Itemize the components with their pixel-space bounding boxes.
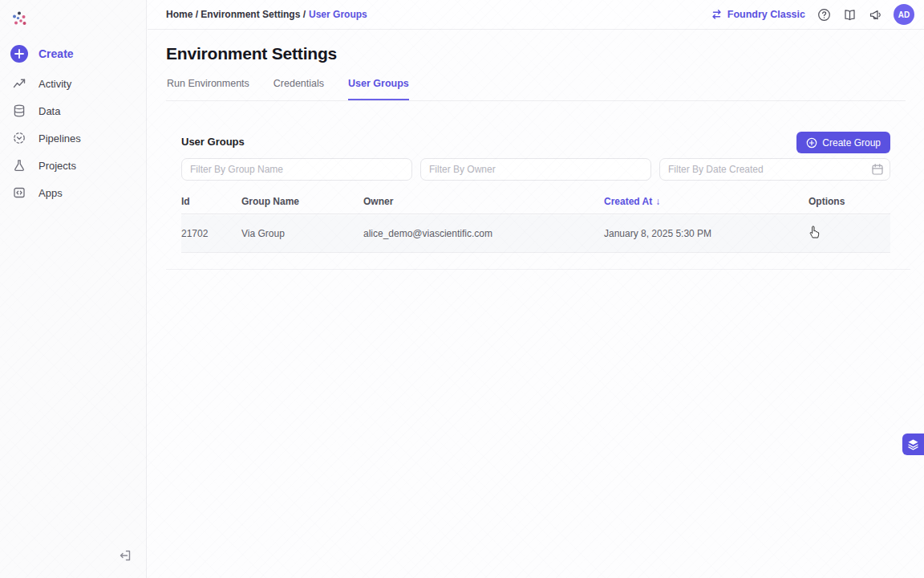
filter-date-created-input[interactable] — [659, 158, 890, 181]
flask-icon — [10, 157, 28, 174]
avatar[interactable]: AD — [894, 4, 914, 25]
sidebar-item-data[interactable]: Data — [0, 100, 146, 122]
sidebar-item-label: Activity — [38, 78, 71, 90]
activity-icon — [10, 75, 28, 92]
create-group-button[interactable]: Create Group — [796, 132, 890, 153]
column-header-options: Options — [808, 196, 845, 207]
card-bottom-divider — [166, 269, 910, 270]
table-row[interactable]: 21702 Via Group alice_demo@viascientific… — [181, 215, 890, 253]
cell-id: 21702 — [181, 228, 208, 239]
tab-credentials[interactable]: Credentials — [274, 78, 324, 100]
sidebar-item-label: Projects — [38, 160, 76, 172]
tab-run-environments[interactable]: Run Environments — [167, 78, 249, 100]
sidebar-item-label: Data — [38, 105, 60, 117]
topbar: Home / Environment Settings /User Groups… — [148, 0, 924, 30]
column-header-created-at[interactable]: Created At↓ — [604, 196, 660, 207]
swap-arrows-icon — [711, 9, 723, 20]
foundry-classic-switch[interactable]: Foundry Classic — [711, 9, 805, 20]
topbar-actions: Foundry Classic AD — [711, 4, 924, 25]
main-content: Environment Settings Run Environments Cr… — [148, 31, 924, 578]
tabs: Run Environments Credentials User Groups — [167, 78, 409, 100]
filter-owner-input[interactable] — [420, 158, 651, 181]
sidebar-item-label: Pipelines — [38, 132, 81, 144]
create-group-label: Create Group — [822, 137, 881, 149]
sidebar-item-create[interactable]: Create — [0, 42, 146, 66]
cell-created-at: January 8, 2025 5:30 PM — [604, 228, 711, 239]
plus-circle-icon — [806, 137, 817, 149]
page-title: Environment Settings — [166, 44, 337, 63]
breadcrumb-path[interactable]: Home / Environment Settings / — [166, 9, 306, 20]
sidebar-item-label: Apps — [38, 187, 63, 199]
tabs-divider — [166, 100, 906, 101]
logout-icon[interactable] — [118, 548, 134, 564]
help-widget-button[interactable] — [902, 434, 924, 455]
database-icon — [10, 102, 28, 120]
sidebar-item-label: Create — [38, 47, 74, 60]
announcements-megaphone-icon[interactable] — [868, 7, 882, 22]
section-title: User Groups — [181, 136, 245, 148]
filter-date-created-wrap — [659, 158, 890, 181]
sidebar-nav: Create Activity Data Pipelines Projects — [0, 42, 146, 209]
sidebar: Create Activity Data Pipelines Projects — [0, 0, 147, 578]
column-header-id[interactable]: Id — [181, 196, 190, 207]
layers-icon — [907, 438, 919, 450]
table-header: Id Group Name Owner Created At↓ Options — [181, 193, 890, 214]
sidebar-item-activity[interactable]: Activity — [0, 72, 146, 95]
apps-icon — [10, 184, 28, 201]
column-header-owner[interactable]: Owner — [363, 196, 393, 207]
breadcrumb-current: User Groups — [309, 9, 367, 20]
cell-group-name: Via Group — [241, 228, 285, 239]
foundry-classic-label: Foundry Classic — [727, 9, 805, 20]
breadcrumb: Home / Environment Settings /User Groups — [166, 9, 367, 20]
filters — [181, 158, 890, 181]
sort-desc-icon: ↓ — [655, 196, 660, 207]
via-foundry-logo[interactable] — [10, 10, 30, 29]
column-header-group-name[interactable]: Group Name — [241, 196, 299, 207]
filter-group-name-wrap — [181, 158, 412, 181]
docs-book-icon[interactable] — [842, 7, 857, 22]
help-circle-icon[interactable] — [817, 7, 831, 22]
filter-group-name-input[interactable] — [181, 158, 412, 181]
sidebar-item-projects[interactable]: Projects — [0, 154, 146, 177]
pipelines-icon — [10, 129, 28, 147]
cell-owner: alice_demo@viascientific.com — [363, 228, 492, 239]
sidebar-item-pipelines[interactable]: Pipelines — [0, 127, 146, 149]
sidebar-item-apps[interactable]: Apps — [0, 181, 146, 204]
plus-circle-icon — [10, 45, 28, 63]
filter-owner-wrap — [420, 158, 651, 181]
tab-user-groups[interactable]: User Groups — [348, 78, 409, 100]
